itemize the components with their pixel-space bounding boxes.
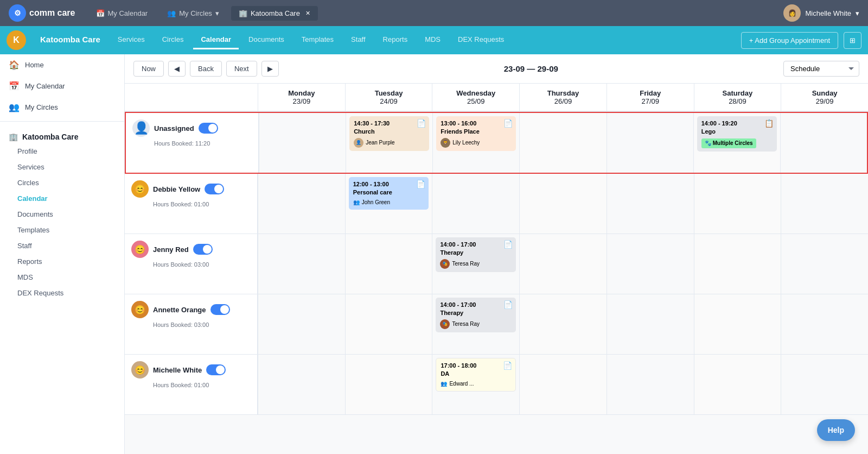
michelle-sat[interactable] xyxy=(694,355,781,414)
grid-header: Monday23/09 Tuesday24/09 Wednesday25/09 … xyxy=(125,84,868,112)
annette-sat[interactable] xyxy=(694,294,781,354)
unassigned-mon[interactable] xyxy=(259,113,346,173)
event-personal-care[interactable]: 📄 12:00 - 13:00 Personal care 👥 John Gre… xyxy=(349,177,429,210)
michelle-sun[interactable] xyxy=(781,355,868,414)
top-nav-katoomba-care[interactable]: 🏢 Katoomba Care ✕ xyxy=(231,6,318,21)
event-friends-place[interactable]: 📄 13:00 - 16:00 Friends Place 🦁 Lily Lee… xyxy=(436,116,516,151)
sidebar-item-my-calendar[interactable]: 📅 My Calendar xyxy=(0,75,124,97)
event-therapy-annette[interactable]: 📄 14:00 - 17:00 Therapy 🎭 Teresa Ray xyxy=(436,298,516,332)
back-arrow-button[interactable]: ◀ xyxy=(168,61,186,77)
jenny-sat[interactable] xyxy=(694,234,781,294)
debbie-toggle[interactable] xyxy=(205,184,224,194)
jenny-tue[interactable] xyxy=(345,234,432,294)
event-da[interactable]: 📄 17:00 - 18:00 DA 👥 Edward ... xyxy=(436,358,516,392)
top-nav-my-calendar[interactable]: 📅 My Calendar xyxy=(88,6,156,21)
worker-avatar: 👤 xyxy=(354,138,363,148)
michelle-fri[interactable] xyxy=(607,355,694,414)
michelle-tue[interactable] xyxy=(345,355,432,414)
debbie-sun[interactable] xyxy=(781,174,868,234)
sidebar-sub-mds[interactable]: MDS xyxy=(0,269,124,285)
subnav-templates[interactable]: Templates xyxy=(294,31,341,49)
michelle-toggle[interactable] xyxy=(206,364,226,375)
sub-nav: K Katoomba Care Services Circles Calenda… xyxy=(0,26,868,54)
help-button[interactable]: Help xyxy=(817,419,855,441)
jenny-toggle[interactable] xyxy=(193,244,213,255)
back-button[interactable]: Back xyxy=(190,61,222,77)
event-therapy-jenny[interactable]: 📄 14:00 - 17:00 Therapy 🎭 Teresa Ray xyxy=(436,237,516,272)
annette-mon[interactable] xyxy=(258,294,345,354)
annette-toggle[interactable] xyxy=(210,304,230,315)
logo[interactable]: ⚙ comm care xyxy=(9,4,75,22)
unassigned-wed[interactable]: 📄 13:00 - 16:00 Friends Place 🦁 Lily Lee… xyxy=(432,113,519,173)
jenny-mon[interactable] xyxy=(258,234,345,294)
event-lego[interactable]: 📋 14:00 - 19:20 Lego 🐾 Multiple Circles xyxy=(697,116,777,152)
sidebar-sub-documents[interactable]: Documents xyxy=(0,206,124,222)
subnav-mds[interactable]: MDS xyxy=(417,31,448,49)
event-church[interactable]: 📄 14:30 - 17:30 Church 👤 Jean Purple xyxy=(349,116,429,151)
subnav-reports[interactable]: Reports xyxy=(375,31,416,49)
sidebar-item-home[interactable]: 🏠 Home xyxy=(0,54,124,75)
doc-icon-red: 📄 xyxy=(503,118,513,129)
unassigned-sun[interactable] xyxy=(780,113,867,173)
sidebar-sub-services[interactable]: Services xyxy=(0,159,124,175)
view-select[interactable]: Schedule Week Day Month xyxy=(783,61,859,77)
unassigned-tue[interactable]: 📄 14:30 - 17:30 Church 👤 Jean Purple xyxy=(346,113,432,173)
grid-view-button[interactable]: ⊞ xyxy=(844,32,861,49)
sidebar-sub-templates[interactable]: Templates xyxy=(0,222,124,238)
top-nav-my-circles[interactable]: 👥 My Circles ▾ xyxy=(159,6,227,21)
jenny-wed[interactable]: 📄 14:00 - 17:00 Therapy 🎭 Teresa Ray xyxy=(432,234,519,294)
debbie-wed[interactable] xyxy=(432,174,519,234)
sidebar-sub-circles[interactable]: Circles xyxy=(0,175,124,191)
sidebar-item-my-circles[interactable]: 👥 My Circles xyxy=(0,97,124,118)
user-name: Michelle White xyxy=(805,9,851,17)
worker-avatar-teresa2: 🎭 xyxy=(440,319,450,329)
subnav-services[interactable]: Services xyxy=(110,31,152,49)
building-icon: 🏢 xyxy=(239,9,247,17)
annette-wed[interactable]: 📄 14:00 - 17:00 Therapy 🎭 Teresa Ray xyxy=(432,294,519,354)
subnav-documents[interactable]: Documents xyxy=(241,31,292,49)
jenny-sun[interactable] xyxy=(781,234,868,294)
doc-icon-red: 📄 xyxy=(417,118,426,129)
michelle-thu[interactable] xyxy=(519,355,607,414)
logo-icon: ⚙ xyxy=(9,4,26,22)
annette-thu[interactable] xyxy=(519,294,607,354)
user-menu[interactable]: 👩 Michelle White ▾ xyxy=(783,4,859,22)
sidebar-sub-profile[interactable]: Profile xyxy=(0,143,124,159)
debbie-fri[interactable] xyxy=(607,174,694,234)
row-unassigned: 👤 Unassigned Hours Booked: 11:20 📄 14:30… xyxy=(125,112,868,174)
unassigned-fri[interactable] xyxy=(607,113,693,173)
debbie-thu[interactable] xyxy=(519,174,607,234)
subnav-staff[interactable]: Staff xyxy=(343,31,373,49)
sidebar-sub-dex[interactable]: DEX Requests xyxy=(0,285,124,301)
debbie-sat[interactable] xyxy=(694,174,781,234)
org-name[interactable]: Katoomba Care xyxy=(33,30,108,50)
unassigned-sat[interactable]: 📋 14:00 - 19:20 Lego 🐾 Multiple Circles xyxy=(693,113,780,173)
logo-text: comm care xyxy=(29,8,75,18)
sidebar-sub-reports[interactable]: Reports xyxy=(0,254,124,269)
home-icon: 🏠 xyxy=(9,60,20,70)
unassigned-toggle[interactable] xyxy=(199,123,218,134)
sidebar-divider xyxy=(0,121,124,122)
subnav-calendar[interactable]: Calendar xyxy=(193,31,239,49)
annette-sun[interactable] xyxy=(781,294,868,354)
sidebar-sub-calendar[interactable]: Calendar xyxy=(0,191,124,206)
jenny-fri[interactable] xyxy=(607,234,694,294)
annette-tue[interactable] xyxy=(345,294,432,354)
michelle-wed[interactable]: 📄 17:00 - 18:00 DA 👥 Edward ... xyxy=(432,355,519,414)
subnav-dex[interactable]: DEX Requests xyxy=(450,31,512,49)
next-arrow-button[interactable]: ▶ xyxy=(261,61,279,77)
next-button[interactable]: Next xyxy=(226,61,257,77)
subnav-circles[interactable]: Circles xyxy=(155,31,192,49)
header-tue: Tuesday24/09 xyxy=(345,84,432,111)
unassigned-thu[interactable] xyxy=(519,113,606,173)
calendar-grid-wrapper[interactable]: Monday23/09 Tuesday24/09 Wednesday25/09 … xyxy=(125,84,868,454)
debbie-mon[interactable] xyxy=(258,174,345,234)
annette-fri[interactable] xyxy=(607,294,694,354)
now-button[interactable]: Now xyxy=(133,61,164,77)
sidebar-sub-staff[interactable]: Staff xyxy=(0,238,124,254)
debbie-tue[interactable]: 📄 12:00 - 13:00 Personal care 👥 John Gre… xyxy=(345,174,432,234)
michelle-mon[interactable] xyxy=(258,355,345,414)
unassigned-name: Unassigned xyxy=(154,124,194,133)
jenny-thu[interactable] xyxy=(519,234,607,294)
add-appointment-button[interactable]: + Add Group Appointment xyxy=(741,32,838,49)
